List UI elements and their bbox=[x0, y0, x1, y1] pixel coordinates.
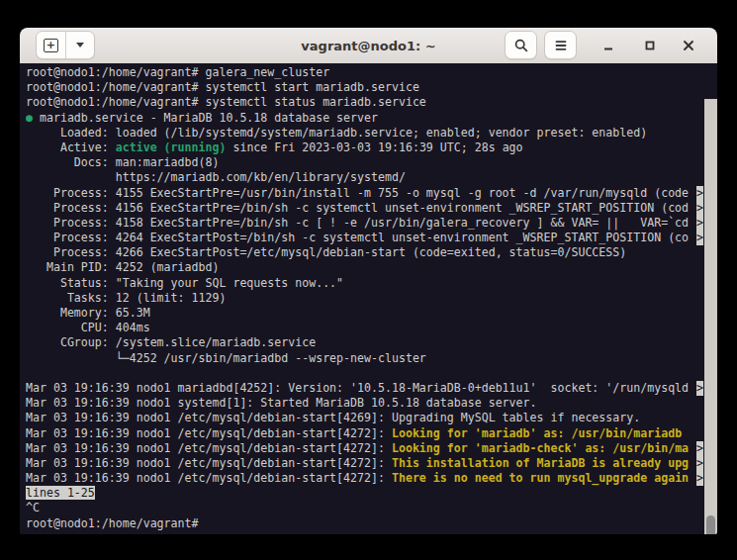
close-icon bbox=[682, 39, 695, 52]
scrollbar-thumb[interactable] bbox=[706, 515, 715, 534]
terminal-line: Mar 03 19:16:39 nodo1 /etc/mysql/debian-… bbox=[26, 426, 703, 441]
terminal-line: https://mariadb.com/kb/en/library/system… bbox=[26, 170, 703, 185]
terminal-content-area[interactable]: root@nodo1:/home/vagrant# galera_new_clu… bbox=[20, 63, 717, 534]
terminal-window: + vagrant@nodo1: ~ bbox=[20, 28, 717, 534]
new-tab-split-button: + bbox=[36, 31, 95, 59]
scrollbar-track[interactable] bbox=[704, 99, 717, 534]
terminal-line: ● mariadb.service - MariaDB 10.5.18 data… bbox=[26, 111, 703, 126]
terminal-line: Active: active (running) since Fri 2023-… bbox=[26, 140, 703, 155]
terminal-line: Mar 03 19:16:39 nodo1 /etc/mysql/debian-… bbox=[26, 411, 703, 425]
terminal-line: Process: 4264 ExecStartPost=/bin/sh -c s… bbox=[26, 231, 703, 245]
new-tab-icon: + bbox=[44, 39, 58, 52]
terminal-line: CPU: 404ms bbox=[26, 321, 703, 335]
terminal-line: Loaded: loaded (/lib/systemd/system/mari… bbox=[26, 126, 703, 140]
terminal-line: Mar 03 19:16:39 nodo1 systemd[1]: Starte… bbox=[26, 396, 703, 411]
terminal-line: Mar 03 19:16:39 nodo1 mariadbd[4252]: Ve… bbox=[26, 381, 703, 396]
terminal-line: └─4252 /usr/sbin/mariadbd --wsrep-new-cl… bbox=[26, 351, 703, 366]
terminal-line: Memory: 65.3M bbox=[26, 306, 703, 321]
terminal-line: root@nodo1:/home/vagrant# systemctl stat… bbox=[26, 95, 703, 110]
titlebar[interactable]: + vagrant@nodo1: ~ bbox=[20, 28, 717, 64]
new-tab-button[interactable]: + bbox=[37, 32, 66, 58]
terminal-line: Process: 4156 ExecStartPre=/bin/sh -c sy… bbox=[26, 201, 703, 216]
search-icon bbox=[513, 38, 529, 53]
terminal-line: root@nodo1:/home/vagrant# systemctl star… bbox=[26, 80, 703, 95]
hamburger-menu-icon bbox=[554, 39, 568, 52]
menu-button[interactable] bbox=[544, 31, 577, 59]
terminal-line: Tasks: 12 (limit: 1129) bbox=[26, 291, 703, 306]
new-tab-dropdown-button[interactable] bbox=[66, 32, 95, 58]
maximize-button[interactable] bbox=[637, 31, 663, 59]
terminal-line: Mar 03 19:16:39 nodo1 /etc/mysql/debian-… bbox=[26, 471, 703, 486]
desktop-background: { "window": { "title": "vagrant@nodo1: ~… bbox=[0, 0, 737, 560]
minimize-button[interactable] bbox=[596, 31, 621, 59]
maximize-icon bbox=[643, 39, 657, 52]
terminal-line: Mar 03 19:16:39 nodo1 /etc/mysql/debian-… bbox=[26, 441, 703, 456]
terminal-line: Process: 4155 ExecStartPre=/usr/bin/inst… bbox=[26, 186, 703, 201]
terminal-line: CGroup: /system.slice/mariadb.service bbox=[26, 335, 703, 350]
terminal-line: Status: "Taking your SQL requests now...… bbox=[26, 276, 703, 291]
terminal-line: root@nodo1:/home/vagrant# galera_new_clu… bbox=[26, 65, 703, 80]
terminal-line: lines 1-25 bbox=[26, 486, 703, 501]
terminal-line: Process: 4158 ExecStartPre=/bin/sh -c [ … bbox=[26, 216, 703, 231]
terminal-line bbox=[26, 366, 703, 381]
terminal-line: Mar 03 19:16:39 nodo1 /etc/mysql/debian-… bbox=[26, 456, 703, 471]
terminal-line: Docs: man:mariadbd(8) bbox=[26, 155, 703, 170]
chevron-down-icon bbox=[76, 43, 84, 47]
minimize-icon bbox=[601, 39, 615, 52]
terminal-line: Main PID: 4252 (mariadbd) bbox=[26, 260, 703, 275]
terminal-line: ^C bbox=[26, 501, 703, 515]
terminal-line: root@nodo1:/home/vagrant# bbox=[26, 516, 703, 531]
close-button[interactable] bbox=[676, 31, 701, 59]
terminal-line: Process: 4266 ExecStartPost=/etc/mysql/d… bbox=[26, 245, 703, 260]
search-button[interactable] bbox=[505, 31, 537, 59]
terminal-screen: root@nodo1:/home/vagrant# galera_new_clu… bbox=[26, 65, 703, 534]
